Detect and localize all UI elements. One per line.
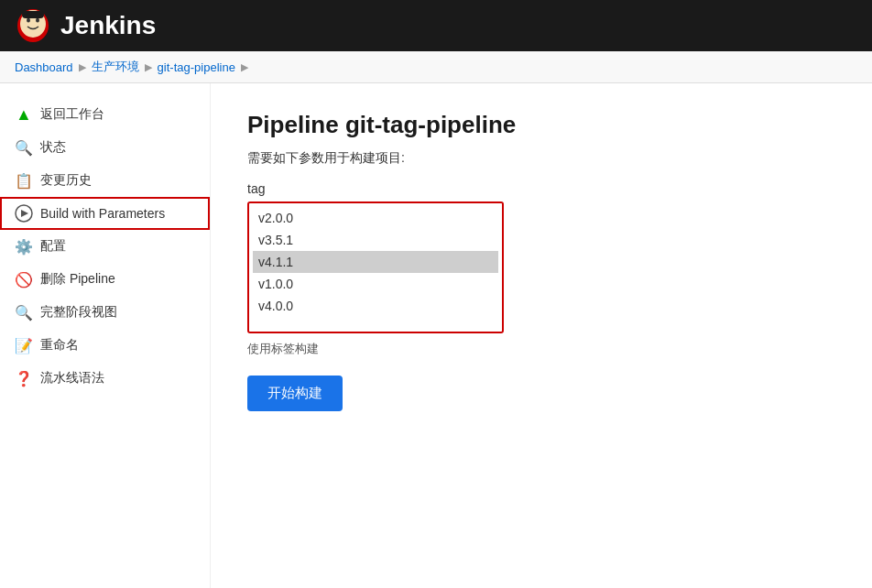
option-v400[interactable]: v4.0.0: [253, 295, 498, 317]
tag-select[interactable]: v2.0.0 v3.5.1 v4.1.1 v1.0.0 v4.0.0: [249, 203, 502, 332]
sidebar-item-syntax[interactable]: ❓ 流水线语法: [0, 362, 210, 395]
breadcrumb-dashboard[interactable]: Dashboard: [15, 60, 73, 74]
build-icon: [15, 204, 33, 223]
sidebar-item-history[interactable]: 📋 变更历史: [0, 164, 210, 197]
breadcrumb-production[interactable]: 生产环境: [92, 59, 139, 75]
sidebar-label-history: 变更历史: [40, 172, 92, 189]
breadcrumb-pipeline[interactable]: git-tag-pipeline: [158, 60, 235, 74]
svg-point-3: [27, 18, 30, 23]
option-v200[interactable]: v2.0.0: [253, 207, 498, 229]
page-title: Pipeline git-tag-pipeline: [247, 111, 835, 139]
sidebar-item-status[interactable]: 🔍 状态: [0, 131, 210, 164]
option-v100[interactable]: v1.0.0: [253, 273, 498, 295]
jenkins-mascot-icon: [15, 5, 51, 46]
header: Jenkins: [0, 0, 872, 51]
search-icon: 🔍: [15, 138, 33, 157]
build-button[interactable]: 开始构建: [247, 376, 343, 411]
option-v411[interactable]: v4.1.1: [253, 251, 498, 273]
field-label-tag: tag: [247, 181, 835, 196]
gear-icon: ⚙️: [15, 237, 33, 256]
sidebar-item-back[interactable]: ▲ 返回工作台: [0, 98, 210, 131]
arrow-up-icon: ▲: [15, 105, 33, 124]
sidebar-item-stages[interactable]: 🔍 完整阶段视图: [0, 296, 210, 329]
stages-icon: 🔍: [15, 303, 33, 321]
sidebar-item-config[interactable]: ⚙️ 配置: [0, 230, 210, 263]
sidebar-item-rename[interactable]: 📝 重命名: [0, 329, 210, 362]
svg-marker-7: [21, 210, 28, 217]
sidebar-label-syntax: 流水线语法: [40, 370, 104, 387]
content-area: Pipeline git-tag-pipeline 需要如下参数用于构建项目: …: [211, 83, 872, 588]
breadcrumb-sep-3: ▶: [241, 61, 248, 73]
delete-icon: 🚫: [15, 270, 33, 289]
sidebar-label-config: 配置: [40, 238, 66, 255]
sidebar-item-build[interactable]: Build with Parameters: [0, 197, 210, 230]
sidebar-label-status: 状态: [40, 139, 66, 156]
sidebar-label-build: Build with Parameters: [40, 206, 165, 221]
help-icon: ❓: [15, 369, 33, 387]
history-icon: 📋: [15, 171, 33, 190]
rename-icon: 📝: [15, 336, 33, 354]
option-v351[interactable]: v3.5.1: [253, 229, 498, 251]
subtitle: 需要如下参数用于构建项目:: [247, 150, 835, 167]
jenkins-title: Jenkins: [60, 11, 156, 40]
tag-select-container: v2.0.0 v3.5.1 v4.1.1 v1.0.0 v4.0.0: [247, 201, 504, 333]
hint-text: 使用标签构建: [247, 341, 835, 357]
breadcrumb-sep-1: ▶: [79, 61, 86, 73]
breadcrumb-sep-2: ▶: [145, 61, 152, 73]
sidebar-label-rename: 重命名: [40, 337, 79, 354]
sidebar-label-delete: 删除 Pipeline: [40, 271, 115, 288]
svg-point-4: [36, 18, 39, 23]
sidebar-label-back: 返回工作台: [40, 106, 104, 123]
breadcrumb: Dashboard ▶ 生产环境 ▶ git-tag-pipeline ▶: [0, 51, 872, 83]
sidebar: ▲ 返回工作台 🔍 状态 📋 变更历史 Build with Parameter…: [0, 83, 211, 588]
sidebar-label-stages: 完整阶段视图: [40, 304, 117, 321]
jenkins-logo: Jenkins: [15, 5, 156, 46]
sidebar-item-delete[interactable]: 🚫 删除 Pipeline: [0, 263, 210, 296]
main-layout: ▲ 返回工作台 🔍 状态 📋 变更历史 Build with Parameter…: [0, 83, 872, 588]
